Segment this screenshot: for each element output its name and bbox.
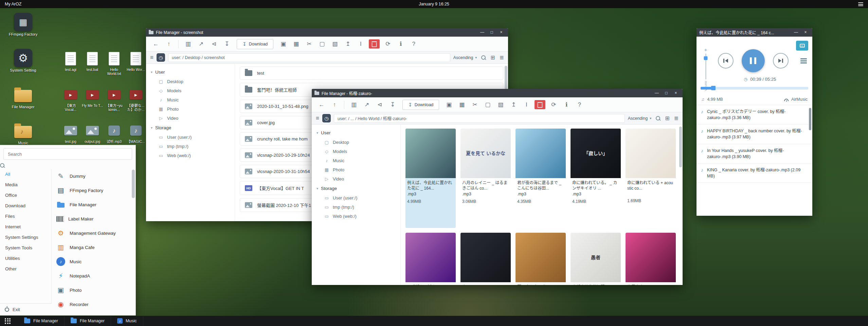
volume-knob[interactable] [704,56,708,60]
download-button[interactable]: ↧ Download [237,39,273,49]
playlist-item[interactable]: KING _ Kanaria cover. by 柘榴-zakuro-.mp3 … [697,164,812,183]
minimize-button[interactable]: — [792,28,800,37]
sort-dropdown[interactable]: Ascending ▾ [453,55,477,60]
startmenu-app-item[interactable]: ▥ Manga Cafe [52,240,135,254]
sidebar-item[interactable]: ▷ Video [146,114,235,123]
desktop-file-icon[interactable]: 【東方~yu kimin... [103,87,125,117]
grid-file-tile[interactable]: 薄ら氷心中 _ 春とス... [516,233,566,285]
path-input[interactable]: user: / Desktop / screenshot [168,53,450,62]
share-button[interactable]: ⊲ [374,100,385,110]
startmenu-category[interactable]: All [0,169,51,179]
rename-button[interactable]: I [521,100,532,110]
startmenu-app-item[interactable]: ✎ Dummy [52,169,135,183]
system-menu-icon[interactable] [858,2,863,6]
sidebar-item[interactable]: ▢ Desktop [146,77,235,86]
back-button[interactable]: ← [316,100,327,110]
sidebar-item[interactable]: ▷ Video [312,174,400,184]
sidebar-storage-item[interactable]: ▭ User (user:/) [312,193,400,203]
startmenu-category[interactable]: Other [0,264,51,274]
share-button[interactable]: ⊲ [208,39,220,49]
refresh-button[interactable]: ⟳ [382,39,394,49]
startmenu-category[interactable]: System Settings [0,232,51,243]
desktop-file-icon[interactable]: test.bat [82,51,103,81]
playlist-item[interactable]: In Your Hands _ yusukeP cover. by 柘榴-zak… [697,144,812,164]
open-new-window-button[interactable]: ↗ [361,100,373,110]
paste-button[interactable]: ▦ [456,100,468,110]
sidebar-storage-item[interactable]: ▭ Web (web:/) [312,212,400,221]
grid-file-tile[interactable]: 例えば、今此処に置かれた花に _ 164... .mp3 4.99MB [405,129,456,228]
startmenu-category[interactable]: System Tools [0,243,51,253]
sidebar-section-storage[interactable]: ▾ Storage [312,184,400,193]
back-button[interactable]: ← [150,39,162,49]
playlist-item[interactable]: Cynic _ ポリスピカデリー cover. by 柘榴-zakuro-.mp… [697,105,812,124]
startmenu-app-item[interactable]: ◉ Recorder [52,297,135,311]
sidebar-section-user[interactable]: ▾ User [146,67,235,77]
volume-slider[interactable]: + Volume [701,47,711,91]
close-button[interactable]: × [672,89,680,97]
system-brand[interactable]: My ArOZ [5,2,21,6]
download-zip-button[interactable]: ↧ [221,39,233,49]
seek-knob[interactable] [711,86,716,90]
up-button[interactable]: ↑ [163,39,175,49]
player-menu-icon[interactable] [800,58,807,63]
download-button[interactable]: ↧ Download [402,100,439,110]
properties-button[interactable]: ℹ [561,100,572,110]
next-track-button[interactable] [773,53,789,69]
rename-button[interactable]: I [355,39,366,49]
startmenu-category[interactable]: Internet [0,222,51,232]
sidebar-item[interactable]: ◇ Models [146,86,235,95]
sidebar-item[interactable]: ♪ Music [312,156,400,165]
output-selector[interactable]: AirMusic [784,97,808,102]
titlebar[interactable]: File Manager - screenshot — □ × [146,28,508,37]
properties-button[interactable]: ℹ [395,39,406,49]
startmenu-app-item[interactable]: ⚙ Management Gateway [52,226,135,240]
help-button[interactable]: ? [408,39,419,49]
sidebar-section-storage[interactable]: ▾ Storage [146,123,235,133]
titlebar[interactable]: File Manager - 柘榴-zakuro- — □ × [312,89,683,97]
trash-button[interactable] [369,39,380,49]
minimize-button[interactable]: — [653,89,661,97]
startmenu-category[interactable]: Files [0,211,51,222]
desktop-icon[interactable]: FFmpeg Factory [3,13,43,43]
desktop-file-icon[interactable]: Hello World.txt [103,51,125,81]
maximize-button[interactable]: □ [662,89,670,97]
sidebar-item[interactable]: ▦ Photo [146,104,235,114]
copy-button[interactable]: ▣ [277,39,289,49]
refresh-button[interactable]: ⟳ [548,100,559,110]
sort-dropdown[interactable]: Ascending ▾ [628,116,651,121]
maximize-button[interactable]: □ [488,28,496,37]
new-folder-button[interactable]: ▧ [495,100,506,110]
startmenu-category[interactable]: Utilities [0,253,51,264]
titlebar[interactable]: 例えば、今此処に置かれた花に _ 164 c... — × [697,28,812,37]
sidebar-section-user[interactable]: ▾ User [312,128,400,138]
sidebar-toggle-icon[interactable]: ≡ [150,54,153,61]
desktop-icon[interactable]: File Manager [3,85,43,115]
copy-button[interactable]: ▣ [443,100,455,110]
up-button[interactable]: ↑ [329,100,340,110]
seek-bar[interactable] [701,87,808,90]
close-button[interactable]: × [497,28,505,37]
sidebar-storage-item[interactable]: ▭ tmp (tmp:/) [146,142,235,151]
search-icon[interactable] [656,116,661,121]
startmenu-category[interactable]: Office [0,190,51,200]
desktop-file-icon[interactable]: Hello Wor... [125,51,147,81]
desktop-file-icon[interactable]: 【東方Vocal... [60,87,82,117]
minimize-button[interactable]: — [478,28,486,37]
desktop-file-icon[interactable]: 【憂鬱な...た】のか... [125,87,147,117]
grid-file-tile[interactable]: 裏 _ HamP cover... [460,233,511,285]
open-button[interactable]: ▥ [348,100,360,110]
list-view-icon[interactable]: ≣ [674,115,679,121]
sidebar-storage-item[interactable]: ▭ User (user:/) [146,133,235,142]
close-button[interactable]: × [801,28,810,37]
history-button[interactable]: ◷ [322,114,331,122]
sidebar-toggle-icon[interactable]: ≡ [316,115,319,122]
new-file-button[interactable]: ▢ [316,39,328,49]
sidebar-storage-item[interactable]: ▭ Web (web:/) [146,151,235,160]
startmenu-app-item[interactable]: ▤ FFmpeg Factory [52,183,135,197]
search-input[interactable] [3,148,132,160]
history-button[interactable]: ◷ [157,53,165,62]
grid-file-tile[interactable]: 四季折々に揺きて... [405,233,456,285]
volume-plus-icon[interactable]: + [704,47,707,52]
desktop-icon[interactable]: System Setting [3,49,43,79]
pause-button[interactable] [742,49,765,72]
